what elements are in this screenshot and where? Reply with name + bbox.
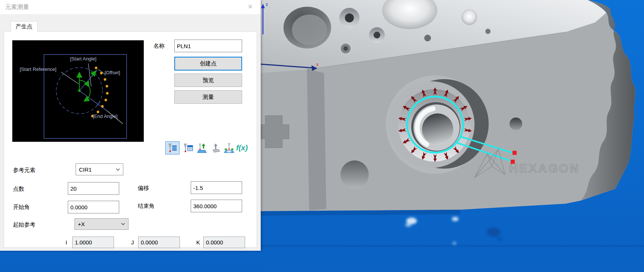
probe-up-arrow-icon xyxy=(196,143,207,154)
j-vector-input[interactable] xyxy=(138,237,180,248)
preview-label-start-reference: [Start Reference] xyxy=(20,66,56,72)
probe-table-mode-button[interactable] xyxy=(181,141,194,154)
arrow-up-plate-icon xyxy=(210,143,221,154)
dialog-title: 元素测量 xyxy=(5,0,29,14)
selection-handle xyxy=(513,151,517,155)
preview-diagram xyxy=(12,40,144,142)
name-label: 名称 xyxy=(153,43,165,50)
offset-label: 偏移 xyxy=(138,185,149,192)
fx-expression-button[interactable]: f(x) xyxy=(235,141,248,154)
preview-label-end-angle: [End Angle] xyxy=(93,113,118,119)
preview-label-offset: [Offset] xyxy=(105,70,120,75)
z-axis-label: z xyxy=(266,1,268,7)
feature-name-input[interactable] xyxy=(174,40,242,52)
probe-list-mode-button[interactable] xyxy=(165,141,180,154)
tab-generate-points[interactable]: 产生点 xyxy=(10,21,38,32)
probe-list-icon xyxy=(167,143,178,154)
fx-icon: f(x) xyxy=(236,144,248,152)
probe-move-arrows-icon xyxy=(223,143,235,154)
start-angle-label: 开始角 xyxy=(13,204,30,211)
retract-button[interactable] xyxy=(209,141,222,154)
tab-label: 产生点 xyxy=(16,23,32,29)
preview-button[interactable]: 预览 xyxy=(174,74,242,87)
machined-part xyxy=(261,0,635,216)
start-reference-label: 起始参考 xyxy=(13,221,35,228)
point-count-label: 点数 xyxy=(13,185,24,193)
i-vector-input[interactable] xyxy=(72,237,114,248)
create-points-button[interactable]: 创建点 xyxy=(174,57,242,71)
end-angle-input[interactable] xyxy=(191,200,242,212)
probe-offset-button[interactable] xyxy=(222,141,235,154)
start-angle-input[interactable] xyxy=(68,201,119,213)
close-icon[interactable]: × xyxy=(245,1,256,12)
dialog-titlebar[interactable]: 元素测量 × xyxy=(0,0,261,14)
k-vector-input[interactable] xyxy=(203,237,245,248)
j-label: J xyxy=(131,239,134,246)
measure-feature-dialog: 元素测量 × 产生点 xyxy=(0,0,261,251)
chevron-down-icon xyxy=(121,223,125,225)
point-count-input[interactable] xyxy=(68,182,119,195)
i-label: I xyxy=(66,239,67,246)
start-reference-select[interactable]: +X xyxy=(74,218,129,230)
chevron-down-icon xyxy=(116,168,120,171)
reference-feature-value: CIR1 xyxy=(79,166,92,173)
end-angle-label: 结束角 xyxy=(138,203,155,210)
measure-button[interactable]: 测量 xyxy=(174,90,242,104)
3d-viewport-canvas[interactable]: HEXAGON z x xyxy=(261,0,644,272)
hexagon-logo-text: HEXAGON xyxy=(509,162,580,175)
x-axis-label: x xyxy=(316,62,318,67)
reference-feature-select[interactable]: CIR1 xyxy=(76,163,123,175)
reference-feature-label: 参考元素 xyxy=(13,167,35,174)
measure-up-button[interactable] xyxy=(195,141,208,154)
preview-label-start-angle: [Start Angle] xyxy=(70,56,96,62)
k-label: K xyxy=(196,239,200,246)
offset-input[interactable] xyxy=(191,181,242,194)
floor-line xyxy=(261,245,644,247)
start-reference-value: +X xyxy=(78,221,85,227)
point-generation-preview: [Start Angle] [Start Reference] [Offset]… xyxy=(12,40,144,142)
screen: HEXAGON z x 元素测量 × 产生点 xyxy=(0,0,644,272)
probe-table-icon xyxy=(183,143,194,154)
